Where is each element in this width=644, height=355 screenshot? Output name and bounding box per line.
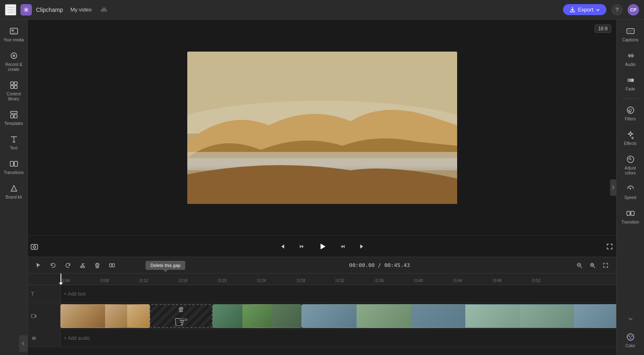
menu-button[interactable] bbox=[5, 4, 16, 16]
fullscreen-button[interactable] bbox=[603, 240, 616, 253]
svg-rect-36 bbox=[627, 211, 630, 215]
controls-bar bbox=[28, 235, 616, 257]
select-tool-button[interactable] bbox=[33, 260, 44, 271]
export-button[interactable]: Export bbox=[563, 4, 606, 15]
cloud-sync-button[interactable] bbox=[99, 5, 109, 15]
sidebar-item-adjust-colors[interactable]: Adjust colors bbox=[618, 151, 643, 179]
sidebar-item-label: Color bbox=[626, 344, 635, 348]
skip-start-button[interactable] bbox=[276, 240, 289, 253]
sidebar-item-label: Effects bbox=[624, 141, 636, 146]
sidebar-item-label: Speed bbox=[624, 195, 636, 200]
sidebar-item-label: Your media bbox=[3, 38, 24, 43]
text-icon bbox=[9, 134, 19, 144]
filters-icon bbox=[626, 105, 635, 115]
ruler-mark: 0:48 bbox=[492, 278, 532, 283]
delete-button[interactable] bbox=[92, 260, 103, 271]
sidebar-expand-button[interactable] bbox=[618, 311, 643, 327]
sidebar-item-effects[interactable]: Effects bbox=[618, 127, 643, 149]
timeline-ruler: 0:04 0:08 0:12 0:16 0:20 0:24 0:28 0:32 … bbox=[28, 274, 616, 285]
rewind-button[interactable] bbox=[295, 240, 308, 253]
sidebar-item-transition[interactable]: Transition bbox=[618, 205, 643, 228]
split-button[interactable] bbox=[106, 260, 118, 271]
add-text-button[interactable]: + Add text bbox=[61, 285, 616, 303]
sidebar-item-your-media[interactable]: Your media bbox=[2, 23, 26, 46]
logo-icon bbox=[20, 4, 32, 16]
skip-end-button[interactable] bbox=[356, 240, 369, 253]
undo-button[interactable] bbox=[47, 260, 59, 271]
brand-icon bbox=[9, 183, 19, 193]
screenshot-button[interactable] bbox=[28, 240, 41, 253]
delete-gap-tooltip-container: Delete this gap bbox=[146, 261, 185, 270]
sidebar-item-label: Content library bbox=[3, 92, 25, 102]
sidebar-item-label: Filters bbox=[625, 117, 636, 122]
text-track-icon: T bbox=[31, 291, 34, 297]
sidebar-item-templates[interactable]: Templates bbox=[2, 106, 26, 129]
sidebar-item-content-library[interactable]: Content library bbox=[2, 77, 26, 105]
sidebar-item-label: Templates bbox=[4, 121, 23, 126]
main-area: Your media Record & create C bbox=[0, 20, 644, 355]
sidebar-item-label: Adjust colors bbox=[620, 166, 641, 176]
sidebar-item-text[interactable]: Text bbox=[2, 131, 26, 154]
fit-timeline-button[interactable] bbox=[600, 260, 611, 271]
playhead-line bbox=[61, 274, 61, 285]
ruler-mark: 0:40 bbox=[414, 278, 453, 283]
ruler-mark: 0:04 bbox=[61, 278, 100, 283]
play-button[interactable] bbox=[315, 239, 330, 254]
ruler-mark: 0:44 bbox=[453, 278, 492, 283]
sidebar-collapse-button[interactable] bbox=[19, 335, 27, 352]
audio-track-icon bbox=[31, 335, 37, 341]
video-track-label bbox=[28, 303, 61, 329]
fast-forward-button[interactable] bbox=[336, 240, 349, 253]
svg-point-4 bbox=[13, 54, 15, 57]
left-sidebar: Your media Record & create C bbox=[0, 20, 28, 355]
right-sidebar: Captions Audio Fade Filters bbox=[616, 20, 644, 355]
timeline-toolbar: Delete this gap 00:00.00 / 00:45.43 bbox=[28, 257, 616, 274]
transition-icon bbox=[626, 208, 635, 218]
video-track-content: 🗑 ☞ bbox=[61, 303, 616, 329]
sidebar-item-captions[interactable]: Captions bbox=[618, 23, 643, 46]
video-title[interactable]: My video bbox=[67, 5, 95, 14]
svg-point-41 bbox=[630, 337, 631, 339]
svg-rect-7 bbox=[11, 86, 13, 88]
zoom-out-button[interactable] bbox=[574, 260, 585, 271]
delete-gap-icon: 🗑 bbox=[178, 306, 184, 313]
video-clip-building[interactable] bbox=[302, 304, 616, 328]
add-audio-button[interactable]: + Add audio bbox=[61, 329, 616, 347]
ruler-marks: 0:04 0:08 0:12 0:16 0:20 0:24 0:28 0:32 … bbox=[61, 278, 571, 283]
sidebar-item-record-create[interactable]: Record & create bbox=[2, 47, 26, 75]
text-track-content[interactable]: + Add text bbox=[61, 285, 616, 303]
sidebar-item-filters[interactable]: Filters bbox=[618, 102, 643, 125]
audio-track-label bbox=[28, 329, 61, 347]
video-track-row: 🗑 ☞ bbox=[28, 303, 616, 329]
ruler-mark: 0:52 bbox=[532, 278, 571, 283]
redo-button[interactable] bbox=[62, 260, 74, 271]
ruler-mark: 0:08 bbox=[100, 278, 139, 283]
svg-rect-28 bbox=[31, 314, 35, 318]
svg-point-40 bbox=[631, 335, 633, 337]
video-gap-clip[interactable]: 🗑 ☞ bbox=[150, 304, 213, 328]
sidebar-item-brand-kit[interactable]: Brand kit bbox=[2, 180, 26, 203]
zoom-in-button[interactable] bbox=[587, 260, 598, 271]
svg-rect-10 bbox=[11, 115, 13, 118]
aspect-ratio-badge[interactable]: 16:9 bbox=[595, 25, 611, 33]
sidebar-item-label: Brand kit bbox=[6, 195, 22, 200]
svg-rect-11 bbox=[14, 115, 17, 118]
sidebar-item-audio[interactable]: Audio bbox=[618, 47, 643, 70]
ruler-mark: 0:16 bbox=[178, 278, 218, 283]
sidebar-item-color[interactable]: Color bbox=[618, 329, 643, 352]
svg-point-34 bbox=[630, 158, 631, 160]
video-clip-forest[interactable] bbox=[213, 304, 302, 328]
help-button[interactable]: ? bbox=[611, 4, 623, 16]
sidebar-item-label: Transition bbox=[622, 220, 640, 225]
svg-rect-5 bbox=[11, 82, 13, 85]
right-panel-collapse-button[interactable] bbox=[610, 179, 617, 196]
sidebar-item-fade[interactable]: Fade bbox=[618, 72, 643, 95]
video-clip-desert[interactable] bbox=[61, 304, 150, 328]
sidebar-item-speed[interactable]: Speed bbox=[618, 181, 643, 204]
audio-track-row: + Add audio bbox=[28, 329, 616, 347]
sidebar-item-label: Transitions bbox=[4, 170, 24, 175]
audio-track-content[interactable]: + Add audio bbox=[61, 329, 616, 347]
sidebar-item-transitions[interactable]: Transitions bbox=[2, 156, 26, 179]
cut-button[interactable] bbox=[77, 260, 88, 271]
preview-area: 16:9 bbox=[28, 20, 616, 235]
